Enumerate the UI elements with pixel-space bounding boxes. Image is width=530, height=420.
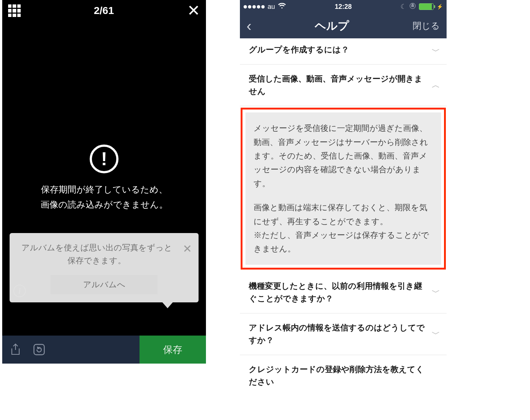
answer-paragraph-2: 画像と動画は端末に保存しておくと、期限を気にせず、再生することができます。 ※た…: [254, 201, 433, 256]
tip-close-icon[interactable]: ✕: [183, 243, 192, 254]
status-bar: au 12:28 ☾ ⚡: [240, 0, 447, 13]
viewer-header: 2/61 ✕: [2, 0, 206, 21]
answer-paragraph-1: メッセージを受信後に一定期間が過ぎた画像、動画、音声メッセージはサーバーから削除…: [254, 121, 433, 190]
charging-icon: ⚡: [437, 4, 443, 10]
viewer-content: ! 保存期間が終了しているため、 画像の読み込みができません。 アルバムを使えば…: [2, 21, 206, 336]
faq-item-credit-card[interactable]: クレジットカードの登録や削除方法を教えてください: [240, 355, 447, 396]
error-line-1: 保存期間が終了しているため、: [41, 182, 168, 197]
go-to-album-button[interactable]: アルバムへ: [51, 275, 158, 294]
faq-item-media-not-open[interactable]: 受信した画像、動画、音声メッセージが開きません ︿: [240, 65, 447, 106]
page-counter: 2/61: [94, 5, 114, 17]
close-icon[interactable]: ✕: [187, 3, 200, 18]
faq-item-create-group[interactable]: グループを作成するには？ ﹀: [240, 38, 447, 65]
error-message: 保存期間が終了しているため、 画像の読み込みができません。: [41, 182, 168, 212]
faq-label: 受信した画像、動画、音声メッセージが開きません: [249, 74, 423, 96]
faq-list: グループを作成するには？ ﹀ 受信した画像、動画、音声メッセージが開きません ︿…: [240, 38, 447, 396]
help-screen: au 12:28 ☾ ⚡ ‹ ヘルプ 閉じる グループを作成するには？ ﹀ 受信…: [240, 0, 447, 396]
svg-rect-0: [34, 344, 44, 355]
chevron-down-icon: ﹀: [432, 45, 440, 58]
carrier-label: au: [268, 3, 275, 11]
battery-icon: [419, 3, 434, 10]
signal-dots-icon: [244, 5, 265, 8]
moon-icon: ☾: [400, 3, 406, 11]
wifi-icon: [278, 3, 286, 11]
close-button[interactable]: 閉じる: [413, 20, 440, 32]
faq-label: グループを作成するには？: [249, 45, 349, 54]
help-title: ヘルプ: [315, 18, 349, 34]
warning-icon: !: [90, 145, 118, 173]
chevron-up-icon: ︿: [432, 79, 440, 91]
faq-label: アドレス帳内の情報を送信するのはどうしてですか？: [249, 323, 425, 345]
album-tip-card: アルバムを使えば思い出の写真をずっと保存できます。 ✕ アルバムへ i: [10, 233, 199, 302]
chevron-down-icon: ﹀: [432, 328, 440, 340]
refresh-icon[interactable]: [29, 339, 49, 360]
faq-item-address-book[interactable]: アドレス帳内の情報を送信するのはどうしてですか？ ﹀: [240, 313, 447, 355]
help-nav-bar: ‹ ヘルプ 閉じる: [240, 13, 447, 38]
highlighted-answer: メッセージを受信後に一定期間が過ぎた画像、動画、音声メッセージはサーバーから削除…: [241, 108, 446, 270]
info-icon: i: [13, 285, 26, 297]
viewer-footer: 保存: [2, 336, 206, 364]
back-icon[interactable]: ‹: [247, 18, 251, 33]
save-button[interactable]: 保存: [140, 336, 206, 364]
faq-label: 機種変更したときに、以前の利用情報を引き継ぐことができますか？: [249, 281, 422, 303]
grid-icon[interactable]: [8, 4, 21, 17]
faq-label: クレジットカードの登録や削除方法を教えてください: [249, 365, 424, 386]
error-line-2: 画像の読み込みができません。: [41, 197, 168, 212]
clock: 12:28: [335, 3, 352, 11]
rotation-lock-icon: [409, 3, 416, 11]
album-tip-text: アルバムを使えば思い出の写真をずっと保存できます。: [18, 241, 190, 267]
image-viewer-screen: 2/61 ✕ ! 保存期間が終了しているため、 画像の読み込みができません。 ア…: [2, 0, 206, 364]
share-icon[interactable]: [5, 339, 26, 360]
faq-answer-body: メッセージを受信後に一定期間が過ぎた画像、動画、音声メッセージはサーバーから削除…: [245, 112, 441, 265]
faq-item-device-change[interactable]: 機種変更したときに、以前の利用情報を引き継ぐことができますか？ ﹀: [240, 272, 447, 313]
chevron-down-icon: ﹀: [432, 286, 440, 299]
